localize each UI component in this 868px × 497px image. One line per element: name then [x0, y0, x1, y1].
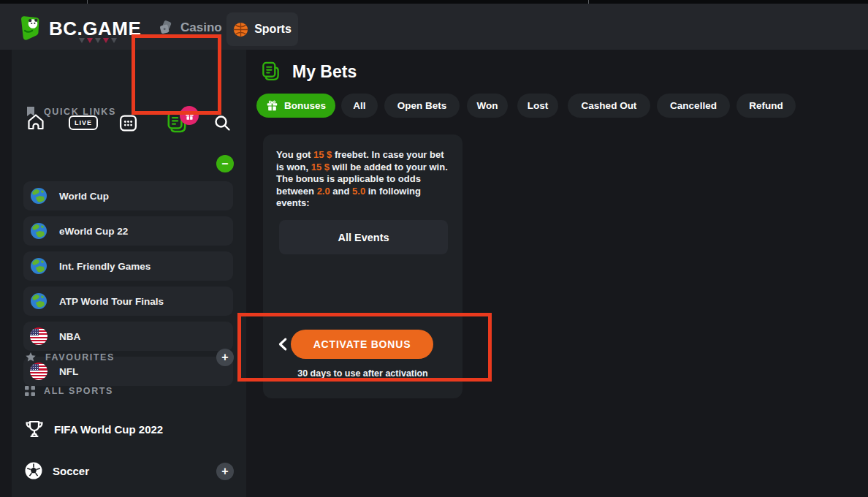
sidebar-item-label: NFL [59, 366, 78, 377]
all-events-label: All Events [338, 232, 389, 243]
filter-label: Open Bets [397, 100, 447, 111]
sidebar-item-world-cup[interactable]: World Cup [23, 181, 233, 210]
page-title: My Bets [292, 62, 357, 82]
sidebar: LIVE [0, 50, 246, 497]
casino-cards-icon [158, 20, 174, 36]
add-favourite-button[interactable]: + [216, 349, 234, 366]
usa-flag-icon [30, 327, 47, 345]
sidebar-item-atp-finals[interactable]: ATP World Tour Finals [23, 287, 233, 316]
activation-note: 30 days to use after activation [281, 368, 445, 379]
sidebar-item-label: World Cup [59, 191, 109, 202]
sidebar-item-label: FIFA World Cup 2022 [54, 423, 163, 436]
sidebar-item-label: Int. Friendly Games [59, 261, 151, 272]
filter-label: Won [477, 100, 498, 111]
filter-label: All [353, 100, 365, 111]
bc-game-sports-page: BC.GAME Casino [0, 0, 868, 497]
quick-links-title: QUICK LINKS [44, 107, 116, 117]
bunting-decoration [79, 38, 117, 43]
filter-open-bets[interactable]: Open Bets [384, 94, 460, 118]
activate-bonus-button[interactable]: ACTIVATE BONUS [291, 330, 433, 359]
schedule-icon[interactable] [118, 113, 138, 133]
tab-sports-label: Sports [254, 23, 292, 36]
filter-label: Refund [749, 100, 783, 111]
sidebar-item-soccer[interactable]: Soccer [24, 461, 89, 480]
live-icon[interactable]: LIVE [69, 115, 98, 130]
globe-icon [30, 187, 47, 205]
all-sports-title: ALL SPORTS [44, 386, 113, 396]
filter-label: Bonuses [284, 100, 326, 111]
filter-label: Lost [528, 100, 549, 111]
favourites-header: FAVOURITES [25, 352, 115, 363]
filter-cancelled[interactable]: Cancelled [657, 94, 730, 118]
sidebar-item-nba[interactable]: NBA [23, 322, 233, 351]
trophy-icon [24, 420, 45, 439]
brand-wordmark: BC.GAME [49, 18, 141, 40]
basketball-icon [233, 22, 248, 37]
sidebar-item-label: ATP World Tour Finals [59, 296, 164, 307]
search-icon[interactable] [213, 113, 232, 132]
sidebar-item-label: NBA [59, 331, 80, 342]
tab-sports[interactable]: Sports [226, 12, 298, 46]
globe-icon [30, 257, 47, 275]
sidebar-item-fifa-world-cup-2022[interactable]: FIFA World Cup 2022 [24, 420, 163, 439]
globe-icon [30, 292, 47, 310]
bookmark-icon [26, 106, 35, 117]
expand-soccer-button[interactable]: + [216, 463, 234, 480]
filter-refund[interactable]: Refund [736, 94, 796, 118]
gift-badge [180, 106, 199, 125]
carousel-prev-icon[interactable] [275, 335, 292, 354]
filter-bonuses[interactable]: Bonuses [256, 94, 335, 118]
star-icon [25, 352, 37, 363]
filter-label: Cashed Out [582, 100, 637, 111]
live-label: LIVE [75, 119, 92, 126]
brand-logo[interactable]: BC.GAME [15, 14, 141, 43]
usa-flag-icon [30, 363, 47, 380]
soccer-ball-icon [24, 461, 43, 480]
sidebar-item-label: Soccer [53, 465, 89, 477]
my-bets-icon [260, 61, 281, 83]
tab-casino-label: Casino [180, 20, 222, 35]
filter-won[interactable]: Won [467, 94, 508, 118]
globe-icon [30, 222, 47, 240]
top-header: BC.GAME Casino [0, 4, 868, 50]
filter-lost[interactable]: Lost [517, 94, 558, 118]
grid-icon [25, 386, 35, 396]
filter-cashed-out[interactable]: Cashed Out [568, 94, 650, 118]
favourites-title: FAVOURITES [45, 352, 115, 363]
all-sports-header: ALL SPORTS [25, 386, 113, 396]
sidebar-gutter [0, 50, 12, 497]
page-title-row: My Bets [260, 61, 357, 83]
tab-casino[interactable]: Casino [158, 20, 222, 36]
bonus-message: You got 15 $ freebet. In case your bet i… [276, 149, 453, 210]
quick-links-header: QUICK LINKS [26, 106, 116, 117]
sidebar-item-label: eWorld Cup 22 [59, 226, 128, 237]
sidebar-item-int-friendly-games[interactable]: Int. Friendly Games [23, 251, 233, 281]
collapse-quick-links-button[interactable]: – [216, 155, 234, 172]
bonus-card: You got 15 $ freebet. In case your bet i… [263, 134, 462, 398]
gift-icon [266, 99, 278, 112]
filter-label: Cancelled [670, 100, 717, 111]
bc-game-logo-icon [15, 14, 44, 43]
sidebar-item-eworld-cup[interactable]: eWorld Cup 22 [23, 216, 233, 246]
filter-all[interactable]: All [341, 94, 378, 118]
all-events-chip[interactable]: All Events [279, 220, 448, 254]
